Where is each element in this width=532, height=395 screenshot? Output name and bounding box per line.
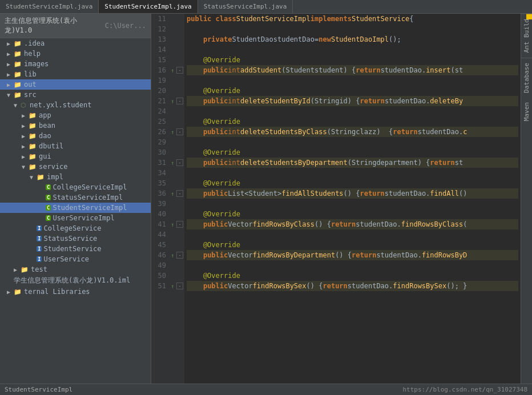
- var-name: studentDao: [356, 219, 397, 229]
- sidebar-item-label: 学生信息管理系统(袁小龙)V1.0.iml: [14, 276, 130, 285]
- override-icon: ↑: [168, 221, 176, 228]
- ant-build-tab[interactable]: Ant Build: [521, 14, 532, 58]
- annotation: @Override: [187, 209, 240, 219]
- class-icon: C: [46, 184, 51, 190]
- code-line-30: @Override: [187, 147, 518, 158]
- line-number: 19: [152, 76, 168, 84]
- keyword: return: [360, 96, 385, 106]
- sidebar-item-images[interactable]: ▶ 📁 images: [0, 59, 151, 69]
- sidebar-item-app[interactable]: ▶ 📁 app: [0, 110, 151, 120]
- code-line-40: @Override: [187, 209, 518, 219]
- sidebar-item-status-svc[interactable]: I StatusService: [0, 233, 151, 244]
- bracket: (); }: [446, 281, 467, 291]
- sidebar-item-college-svc[interactable]: I CollegeService: [0, 223, 151, 233]
- line-number: 34: [152, 169, 168, 177]
- sidebar-item-gui[interactable]: ▶ 📁 gui: [0, 151, 151, 162]
- sidebar-item-src[interactable]: ▼ 📁 src: [0, 90, 151, 100]
- arrow-icon: ▶: [7, 41, 14, 47]
- code-line-20: @Override: [187, 86, 518, 96]
- line-number: 39: [152, 200, 168, 208]
- sidebar-item-user-impl[interactable]: C UserServiceImpl: [0, 213, 151, 223]
- code-line-19: [187, 75, 518, 86]
- fold-button[interactable]: -: [176, 159, 183, 166]
- keyword: int: [228, 65, 240, 75]
- keyword: return: [430, 158, 454, 168]
- sidebar-item-iml[interactable]: 学生信息管理系统(袁小龙)V1.0.iml: [0, 275, 151, 287]
- bracket: {: [409, 14, 413, 24]
- sidebar-item-service[interactable]: ▼ 📁 service: [0, 162, 151, 172]
- code-line-50: @Override: [187, 271, 518, 281]
- sidebar-item-bean[interactable]: ▶ 📁 bean: [0, 120, 151, 131]
- fold-button[interactable]: -: [176, 67, 183, 74]
- param: department: [376, 158, 417, 168]
- folder-icon: 📁: [14, 288, 22, 296]
- sidebar-item-status-impl[interactable]: C StatusServiceImpl: [0, 192, 151, 203]
- interface-icon: I: [37, 246, 42, 252]
- sidebar-item-dao[interactable]: ▶ 📁 dao: [0, 131, 151, 141]
- arrow-icon: ▶: [22, 143, 29, 150]
- bracket: (): [459, 188, 467, 199]
- sidebar-item-dbutil[interactable]: ▶ 📁 dbutil: [0, 141, 151, 151]
- tab-2[interactable]: StudentServiceImpl.java: [99, 0, 198, 13]
- arrow-icon: ▶: [22, 154, 29, 160]
- fold-button[interactable]: -: [176, 252, 183, 259]
- type: List: [228, 188, 244, 199]
- line-number: 21: [152, 97, 168, 105]
- sidebar-item-college-impl[interactable]: C CollegeServiceImpl: [0, 182, 151, 192]
- code-line-16: public int addStudent ( Student student …: [187, 65, 518, 75]
- line-number: 16: [152, 66, 168, 74]
- code-text: [187, 96, 203, 106]
- bracket: (: [463, 219, 467, 229]
- sidebar-item-idea[interactable]: ▶ 📁 .idea: [0, 38, 151, 49]
- database-tab[interactable]: Database: [521, 58, 532, 98]
- arrow-icon: ▶: [22, 112, 29, 119]
- sidebar-item-label: UserService: [43, 255, 88, 263]
- sidebar-item-package[interactable]: ▼ ⬡ net.yxl.student: [0, 100, 151, 110]
- keyword: public: [203, 158, 228, 168]
- sidebar-item-test[interactable]: ▶ 📁 test: [0, 264, 151, 275]
- sidebar-item-ext-libs[interactable]: ▶ 📁 ternal Libraries: [0, 287, 151, 297]
- fold-button[interactable]: -: [176, 128, 183, 135]
- class-icon: C: [46, 205, 51, 211]
- bracket: ) {: [418, 158, 430, 168]
- tab-1[interactable]: StudentServiceImpl.java: [0, 0, 99, 13]
- type: String: [331, 127, 356, 137]
- sidebar-item-help[interactable]: ▶ 📁 help: [0, 49, 151, 59]
- fold-button[interactable]: -: [176, 283, 183, 289]
- arrow-icon: ▶: [7, 61, 14, 67]
- method-name: findAll: [430, 188, 459, 199]
- sidebar-item-label: dbutil: [39, 142, 63, 150]
- method-name: deleteStudentById: [240, 96, 311, 106]
- sidebar-item-impl[interactable]: ▼ 📁 impl: [0, 172, 151, 182]
- override-icon: ↑: [168, 283, 176, 289]
- sidebar-item-out[interactable]: ▶ 📁 out: [0, 79, 151, 90]
- method-name: deleteStudentsByClass: [240, 127, 327, 137]
- folder-icon: 📁: [29, 122, 37, 130]
- method-name: findAllStudents: [281, 188, 343, 199]
- sidebar-item-label: StudentServiceImpl: [53, 204, 127, 212]
- line-number: 44: [152, 231, 168, 239]
- sidebar-item-lib[interactable]: ▶ 📁 lib: [0, 69, 151, 79]
- fold-button[interactable]: -: [176, 98, 183, 104]
- line-number: 11: [152, 15, 168, 23]
- method-name: findRowsByClass: [253, 219, 315, 229]
- sidebar-item-student-impl[interactable]: C StudentServiceImpl: [0, 203, 151, 213]
- sidebar-item-student-svc[interactable]: I StudentService: [0, 244, 151, 254]
- fold-button[interactable]: -: [176, 221, 183, 228]
- tab-3[interactable]: StatusServiceImpl.java: [198, 0, 293, 13]
- tab-bar: StudentServiceImpl.java StudentServiceIm…: [0, 0, 532, 14]
- fold-button[interactable]: -: [176, 190, 183, 197]
- sidebar-item-user-svc[interactable]: I UserService: [0, 254, 151, 264]
- line-number: 24: [152, 107, 168, 115]
- line-number: 14: [152, 46, 168, 54]
- line-number: 40: [152, 210, 168, 218]
- sidebar-item-label: service: [39, 163, 68, 171]
- maven-tab[interactable]: Maven: [521, 98, 532, 126]
- param: id: [339, 96, 347, 106]
- line-number: 51: [152, 282, 168, 290]
- line-number: 41: [152, 220, 168, 228]
- arrow-icon: ▶: [22, 123, 29, 129]
- interface-icon: I: [37, 256, 42, 262]
- method-name: findRowsBySex: [393, 281, 446, 291]
- code-editor[interactable]: public class StudentServiceImpl implemen…: [184, 14, 521, 384]
